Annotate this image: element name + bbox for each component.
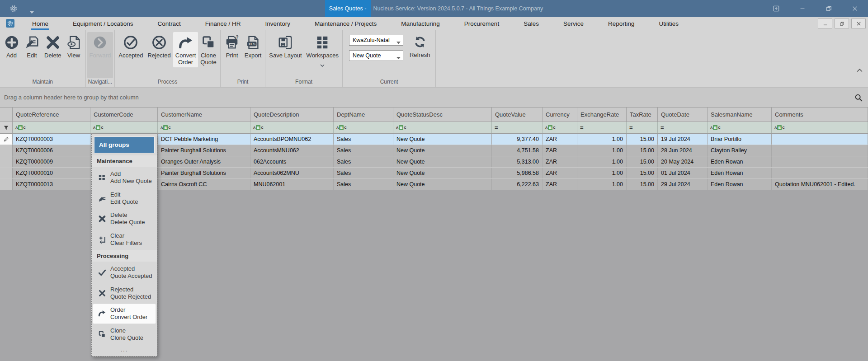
ribbon-button-add[interactable]: Add	[1, 32, 22, 61]
m-rejected-icon	[98, 289, 106, 297]
filter-cell-QuoteDate[interactable]: =	[658, 122, 708, 133]
filter-cell-TaxRate[interactable]: =	[627, 122, 658, 133]
filter-cell-DeptName[interactable]: ABC	[334, 122, 393, 133]
column-header-ExchangeRate[interactable]: ExchangeRate	[577, 108, 627, 122]
menu-item-accepted[interactable]: AcceptedQuote Accepted	[93, 263, 156, 282]
tab-finance-hr[interactable]: Finance / HR	[193, 17, 253, 30]
context-menu-banner[interactable]: All groups	[94, 136, 155, 153]
ribbon-button-save-layout[interactable]: Save Layout	[267, 32, 304, 61]
menu-item-add[interactable]: AddAdd New Quote	[93, 168, 156, 188]
cell-QuoteDescription: Accounts062MNU	[250, 168, 334, 178]
ribbon-group-label: Format	[265, 78, 342, 87]
ribbon-button-accepted[interactable]: Accepted	[116, 32, 145, 61]
tab-sales[interactable]: Sales	[511, 17, 551, 30]
tab-utilities[interactable]: Utilities	[646, 17, 691, 30]
float-window-button[interactable]	[763, 0, 789, 17]
tab-reporting[interactable]: Reporting	[596, 17, 647, 30]
cell-DeptName: Sales	[334, 156, 393, 167]
kwazulu-natal-dropdown[interactable]: KwaZulu-Natal	[349, 35, 403, 46]
tab-manufacturing[interactable]: Manufacturing	[389, 17, 452, 30]
menu-overflow-dots[interactable]: ...	[92, 345, 157, 355]
menu-item-caption: Clone	[110, 327, 143, 334]
group-by-panel-text: Drag a column header here to group by th…	[4, 94, 139, 101]
tab-inventory[interactable]: Inventory	[253, 17, 302, 30]
column-header-Comments[interactable]: Comments	[772, 108, 868, 122]
column-header-QuoteDate[interactable]: QuoteDate	[658, 108, 708, 122]
collapse-ribbon-icon[interactable]	[857, 66, 863, 70]
cell-QuoteStatusDesc: New Quote	[393, 168, 492, 178]
tab-maintenance-projects[interactable]: Maintenance / Projects	[302, 17, 389, 30]
menu-item-caption: Accepted	[110, 265, 152, 272]
menu-item-order[interactable]: OrderConvert Order	[93, 304, 156, 323]
filter-cell-QuoteStatusDesc[interactable]: ABC	[393, 122, 492, 133]
filter-cell-QuoteDescription[interactable]: ABC	[250, 122, 334, 133]
text-filter-icon: ABC	[710, 125, 721, 130]
search-icon[interactable]	[854, 94, 863, 102]
ribbon-button-print[interactable]: ?Print	[222, 32, 242, 61]
ribbon-group-print: ?PrintXLSExportPrint	[221, 30, 266, 87]
tab-contract[interactable]: Contract	[146, 17, 193, 30]
new-quote-dropdown[interactable]: New Quote	[349, 50, 403, 61]
menu-item-clone[interactable]: CloneClone Quote	[93, 325, 156, 344]
column-header-QuoteStatusDesc[interactable]: QuoteStatusDesc	[393, 108, 492, 122]
filter-cell-SalesmanName[interactable]: ABC	[708, 122, 772, 133]
child-restore-button[interactable]	[835, 19, 849, 28]
column-header-QuoteDescription[interactable]: QuoteDescription	[250, 108, 334, 122]
ribbon-button-edit[interactable]: Edit	[22, 32, 42, 61]
filter-funnel-icon[interactable]	[0, 122, 13, 133]
ribbon-button-view[interactable]: View	[64, 32, 84, 61]
filter-cell-QuoteValue[interactable]: =	[492, 122, 542, 133]
filter-cell-CustomerName[interactable]: ABC	[158, 122, 250, 133]
filter-cell-Comments[interactable]: ABC	[772, 122, 868, 133]
ribbon-button-export[interactable]: XLSExport	[242, 32, 264, 61]
tab-home[interactable]: Home	[20, 17, 61, 30]
cell-SalesmanName: Eden Rowan	[708, 168, 772, 178]
ribbon-button-workspaces[interactable]: Workspaces	[304, 32, 341, 65]
text-filter-icon: ABC	[93, 125, 104, 130]
cell-Comments	[772, 145, 868, 156]
text-filter-icon: ABC	[15, 125, 26, 130]
column-header-CustomerName[interactable]: CustomerName	[158, 108, 250, 122]
column-header-TaxRate[interactable]: TaxRate	[627, 108, 658, 122]
menu-item-clear[interactable]: ClearClear Filters	[93, 230, 156, 249]
equals-filter-icon: =	[660, 125, 664, 131]
settings-gear-icon[interactable]	[10, 5, 17, 12]
rejected-icon	[151, 35, 167, 50]
menu-item-caption: Edit	[110, 191, 138, 198]
ribbon-button-refresh[interactable]: Refresh	[410, 35, 430, 58]
menu-item-edit[interactable]: EditEdit Quote	[93, 189, 156, 208]
cell-TaxRate: 15.00	[627, 179, 658, 190]
column-header-CustomerCode[interactable]: CustomerCode	[90, 108, 158, 122]
child-close-button[interactable]	[851, 19, 866, 28]
column-header-Currency[interactable]: Currency	[542, 108, 577, 122]
column-header-QuoteValue[interactable]: QuoteValue	[492, 108, 542, 122]
tab-procurement[interactable]: Procurement	[452, 17, 511, 30]
filter-cell-CustomerCode[interactable]: ABC	[90, 122, 158, 133]
tab-equipment-locations[interactable]: Equipment / Locations	[61, 17, 146, 30]
ribbon-button-convert-order[interactable]: Convert Order	[173, 32, 198, 67]
m-order-icon	[98, 309, 106, 318]
column-header-QuoteReference[interactable]: QuoteReference	[13, 108, 90, 122]
column-header-DeptName[interactable]: DeptName	[334, 108, 393, 122]
restore-button[interactable]	[816, 0, 842, 17]
filter-cell-QuoteReference[interactable]: ABC	[13, 122, 90, 133]
menu-item-rejected[interactable]: RejectedQuote Rejected	[93, 284, 156, 303]
ribbon-button-rejected[interactable]: Rejected	[145, 32, 173, 61]
application-button[interactable]	[6, 19, 14, 28]
filter-cell-Currency[interactable]: ABC	[542, 122, 577, 133]
row-indicator-cell	[0, 145, 13, 156]
column-header-SalesmanName[interactable]: SalesmanName	[708, 108, 772, 122]
menu-item-text: DeleteDelete Quote	[110, 211, 145, 226]
tab-service[interactable]: Service	[551, 17, 596, 30]
group-by-panel[interactable]: Drag a column header here to group by th…	[0, 88, 868, 108]
ribbon-button-delete[interactable]: Delete	[42, 32, 64, 61]
app-menu-caret-icon[interactable]	[30, 7, 34, 10]
close-button[interactable]	[842, 0, 868, 17]
filter-cell-ExchangeRate[interactable]: =	[577, 122, 627, 133]
ribbon-button-clone-quote[interactable]: Clone Quote	[198, 32, 218, 67]
workspaces-icon	[315, 35, 330, 50]
minimize-button[interactable]	[789, 0, 816, 17]
menu-item-delete[interactable]: DeleteDelete Quote	[93, 209, 156, 229]
m-clone-icon	[98, 330, 106, 338]
child-minimize-button[interactable]	[818, 19, 832, 28]
